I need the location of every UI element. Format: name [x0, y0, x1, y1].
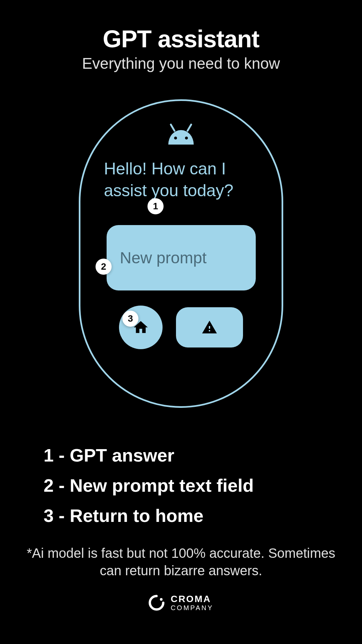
page-title: GPT assistant	[0, 25, 362, 53]
android-icon	[163, 123, 199, 145]
button-row	[119, 306, 243, 349]
legend: 1 - GPT answer 2 - New prompt text field…	[0, 445, 362, 526]
company-sub: COMPANY	[171, 604, 214, 611]
warning-icon	[201, 319, 218, 335]
legend-item-3: 3 - Return to home	[44, 505, 362, 526]
callout-marker-1: 1	[147, 198, 164, 214]
header: GPT assistant Everything you need to kno…	[0, 0, 362, 72]
disclaimer-text: *Ai model is fast but not 100% accurate.…	[0, 544, 362, 579]
svg-point-2	[174, 137, 177, 140]
svg-point-3	[185, 137, 188, 140]
svg-point-4	[160, 598, 163, 601]
svg-line-1	[188, 124, 191, 130]
prompt-placeholder: New prompt	[120, 249, 207, 267]
legend-item-1: 1 - GPT answer	[44, 445, 362, 466]
watch-screen: Hello! How can I assist you today? New p…	[80, 101, 282, 406]
svg-line-0	[171, 124, 175, 130]
warning-button[interactable]	[176, 307, 243, 347]
prompt-input[interactable]: New prompt	[107, 225, 256, 290]
footer-logo: CROMA COMPANY	[0, 594, 362, 611]
legend-item-2: 2 - New prompt text field	[44, 475, 362, 496]
logo-text: CROMA COMPANY	[171, 594, 214, 611]
page-subtitle: Everything you need to know	[0, 54, 362, 72]
gpt-answer-text: Hello! How can I assist you today?	[99, 158, 263, 202]
company-name: CROMA	[171, 594, 214, 604]
callout-marker-2: 2	[96, 259, 112, 275]
watch-container: Hello! How can I assist you today? New p…	[79, 99, 283, 408]
croma-logo-icon	[148, 595, 165, 611]
watch-frame: Hello! How can I assist you today? New p…	[79, 99, 283, 408]
callout-marker-3: 3	[122, 311, 138, 327]
